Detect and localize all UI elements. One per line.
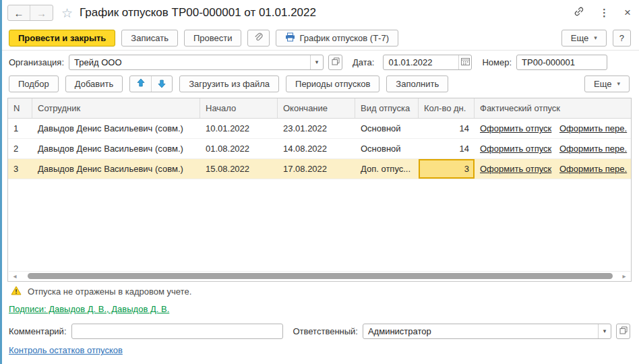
warning-text: Отпуска не отражены в кадровом учете. [28,286,191,297]
toolbar-separator [2,50,639,51]
create-vacation-link[interactable]: Оформить отпуск [475,139,554,158]
page-title: График отпусков ТР00-000001 от 01.01.202… [80,6,316,20]
create-transfer-link[interactable]: Оформить пере. [554,119,631,138]
create-vacation-link-label[interactable]: Оформить отпуск [480,164,551,174]
chevron-down-icon: ▾ [603,328,607,334]
table-row-selected[interactable]: 3 Давыдов Денис Васильевич (совм.) 15.08… [8,159,631,179]
cell-type[interactable]: Доп. отпус... [355,159,419,179]
cell-end[interactable]: 17.08.2022 [278,159,355,179]
create-transfer-link-label[interactable]: Оформить пере. [559,123,627,133]
horizontal-scrollbar[interactable]: ◂ ▸ [9,271,630,280]
cell-type[interactable]: Основной [355,119,419,138]
cell-days-focused[interactable]: 3 [419,159,475,179]
paperclip-icon [254,32,263,44]
create-transfer-link-label[interactable]: Оформить пере. [559,164,627,174]
move-down-button[interactable] [151,76,172,92]
cell-n[interactable]: 1 [8,119,32,138]
responsible-dropdown-button[interactable]: ▾ [598,324,611,338]
create-vacation-link[interactable]: Оформить отпуск [475,159,554,179]
move-row-group [129,75,173,92]
table-header-row: N Сотрудник Начало Окончание Вид отпуска… [8,98,631,119]
date-calendar-button[interactable] [458,55,471,69]
open-icon [332,56,340,68]
organization-input[interactable] [69,55,310,69]
create-vacation-link-label[interactable]: Оформить отпуск [480,123,551,133]
column-header-actual: Фактический отпуск [475,98,631,118]
help-button[interactable]: ? [613,30,631,47]
number-input[interactable] [516,55,607,70]
forward-button[interactable]: → [30,5,53,20]
table-body: 1 Давыдов Денис Васильевич (совм.) 10.01… [8,119,631,179]
save-button[interactable]: Записать [121,30,178,47]
create-transfer-link[interactable]: Оформить пере. [554,139,631,158]
table-row[interactable]: 2 Давыдов Денис Васильевич (совм.) 01.08… [8,139,631,159]
history-nav: ← → [7,5,53,21]
printer-icon [285,32,295,44]
post-and-close-button[interactable]: Провести и закрыть [9,30,115,47]
cell-end[interactable]: 14.08.2022 [278,139,355,158]
create-vacation-link[interactable]: Оформить отпуск [475,119,554,138]
more-button-top[interactable]: Еще ▾ [561,30,607,47]
arrow-down-icon [158,80,166,88]
cell-type[interactable]: Основной [355,139,419,158]
print-t7-button[interactable]: График отпусков (Т-7) [276,30,398,47]
column-header-start: Начало [200,98,278,118]
responsible-input[interactable] [363,324,598,338]
attachments-button[interactable] [247,30,270,47]
cell-start[interactable]: 15.08.2022 [200,159,278,179]
get-link-icon[interactable] [574,6,584,20]
load-from-file-button[interactable]: Загрузить из файла [179,75,279,92]
favorite-star-icon[interactable]: ☆ [61,7,73,20]
scrollbar-thumb[interactable] [28,273,613,279]
column-header-n: N [8,98,32,118]
cell-n[interactable]: 2 [8,139,32,158]
print-t7-label: График отпусков (Т-7) [299,33,389,43]
vacation-balance-control-link[interactable]: Контроль остатков отпусков [9,345,123,355]
cell-end[interactable]: 23.01.2022 [278,119,355,138]
organization-dropdown-button[interactable]: ▾ [310,55,323,69]
table-row[interactable]: 1 Давыдов Денис Васильевич (совм.) 10.01… [8,119,631,139]
more-button-table[interactable]: Еще ▾ [584,75,630,92]
cell-start[interactable]: 01.08.2022 [200,139,278,158]
create-vacation-link-label[interactable]: Оформить отпуск [480,144,551,154]
more-menu-icon[interactable]: ⋮ [599,7,609,19]
calendar-icon [461,57,470,67]
scroll-left-icon[interactable]: ◂ [9,272,21,280]
header-fields-row: Организация: ▾ Дата: [9,54,630,70]
scroll-right-icon[interactable]: ▸ [618,272,630,280]
comment-input[interactable] [71,324,283,339]
cell-days[interactable]: 14 [419,139,475,158]
cell-start[interactable]: 10.01.2022 [200,119,278,138]
scrollbar-track[interactable] [21,272,618,281]
column-header-days: Кол-во дн. [419,98,475,118]
chevron-down-icon: ▾ [617,80,620,87]
add-button[interactable]: Добавить [65,75,123,92]
vacation-periods-button[interactable]: Периоды отпусков [286,75,379,92]
organization-open-button[interactable] [328,55,342,70]
post-button[interactable]: Провести [184,30,242,47]
responsible-open-button[interactable] [616,324,630,339]
close-icon[interactable]: × [624,6,631,20]
more-label: Еще [594,79,611,89]
cell-days[interactable]: 14 [419,119,475,138]
cell-n[interactable]: 3 [8,159,32,179]
column-header-employee: Сотрудник [32,98,200,118]
signatures-link[interactable]: Подписи: Давыдов Д. В., Давыдов Д. В. [9,304,169,314]
cell-employee[interactable]: Давыдов Денис Васильевич (совм.) [32,159,200,179]
fill-button[interactable]: Заполнить [386,75,448,92]
command-bar: Провести и закрыть Записать Провести Гра… [9,29,631,47]
create-transfer-link-label[interactable]: Оформить пере. [559,144,627,154]
open-icon [619,325,628,337]
pick-button[interactable]: Подбор [9,75,59,92]
create-transfer-link[interactable]: Оформить пере. [554,159,631,179]
cell-employee[interactable]: Давыдов Денис Васильевич (совм.) [32,119,200,138]
cell-employee[interactable]: Давыдов Денис Васильевич (совм.) [32,139,200,158]
control-row: Контроль остатков отпусков [9,345,123,355]
responsible-field: ▾ [363,324,611,339]
date-input[interactable] [384,55,458,69]
back-icon: ← [14,7,24,19]
warning-icon [11,286,22,297]
vacation-table: N Сотрудник Начало Окончание Вид отпуска… [7,98,632,282]
move-up-button[interactable] [130,76,151,92]
back-button[interactable]: ← [8,5,30,20]
